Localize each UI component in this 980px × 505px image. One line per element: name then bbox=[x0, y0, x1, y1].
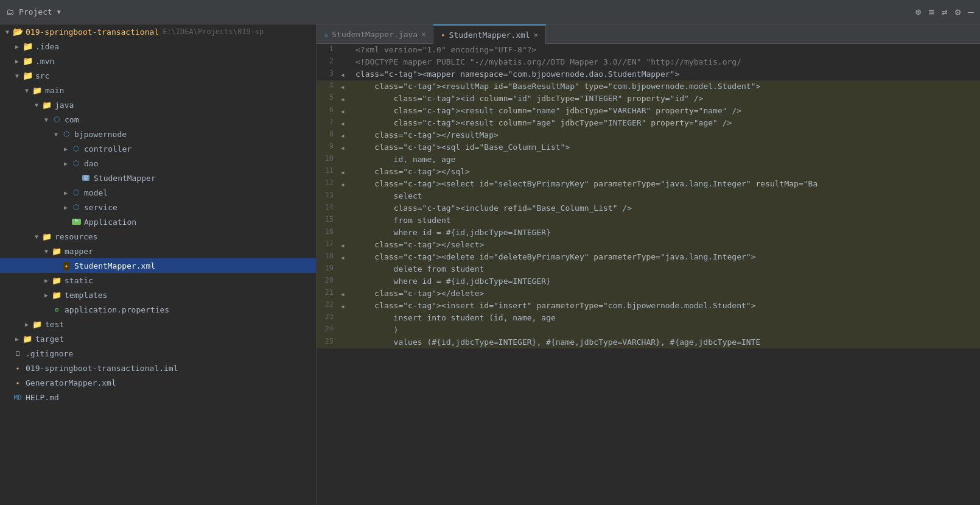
line-number: 20 bbox=[317, 275, 341, 288]
tree-item-studentmapper-java[interactable]: ① StudentMapper bbox=[0, 171, 316, 185]
code-row: 23 insert into student (id, name, age bbox=[317, 312, 980, 324]
line-number: 3 bbox=[317, 68, 341, 80]
code-row: 12◀ class="c-tag"><select id="selectByPr… bbox=[317, 178, 980, 190]
code-editor[interactable]: 1<?xml version="1.0" encoding="UTF-8"?>2… bbox=[317, 44, 980, 505]
tree-item-src[interactable]: ▼ 📁 src bbox=[0, 68, 316, 83]
line-gutter bbox=[341, 263, 351, 275]
line-number: 9 bbox=[317, 141, 341, 154]
main-layout: ▼ 📂 019-springboot-transactional E:\IDEA… bbox=[0, 24, 980, 505]
label-studentmapper-xml: StudentMapper.xml bbox=[74, 261, 155, 270]
line-code: class="c-tag"></select> bbox=[351, 239, 980, 251]
arrow-root: ▼ bbox=[2, 27, 12, 37]
gutter-icon: ◀ bbox=[341, 145, 344, 151]
label-target: target bbox=[35, 334, 64, 344]
line-gutter: ◀ bbox=[341, 141, 351, 154]
tree-item-mvn[interactable]: ▶ 📁 .mvn bbox=[0, 54, 316, 68]
code-row: 24 ) bbox=[317, 324, 980, 336]
dropdown-arrow[interactable]: ▼ bbox=[57, 9, 61, 15]
code-row: 13 select bbox=[317, 190, 980, 202]
minimize-icon[interactable]: — bbox=[968, 6, 974, 18]
tree-item-root[interactable]: ▼ 📂 019-springboot-transactional E:\IDEA… bbox=[0, 24, 316, 39]
line-number: 19 bbox=[317, 263, 341, 275]
line-code: values (#{id,jdbcType=INTEGER}, #{name,j… bbox=[351, 336, 980, 348]
tree-item-application[interactable]: 🍃 Application bbox=[0, 214, 316, 229]
line-number: 2 bbox=[317, 56, 341, 68]
line-number: 7 bbox=[317, 117, 341, 129]
gitignore-icon: 🗒 bbox=[12, 348, 23, 358]
tab-bar: ☕ StudentMapper.java ✕ ✦ StudentMapper.x… bbox=[317, 24, 980, 44]
tab-java-close[interactable]: ✕ bbox=[421, 30, 425, 38]
tab-xml-close[interactable]: ✕ bbox=[534, 30, 538, 39]
line-code: class="c-tag"><result column="age" jdbcT… bbox=[351, 117, 980, 129]
tree-item-studentmapper-xml[interactable]: ✦ StudentMapper.xml bbox=[0, 258, 316, 273]
sync-icon[interactable]: ⊕ bbox=[915, 6, 922, 18]
label-application: Application bbox=[84, 217, 136, 227]
settings-icon[interactable]: ⚙ bbox=[955, 6, 961, 18]
transfer-icon[interactable]: ⇄ bbox=[942, 6, 948, 18]
tree-item-java[interactable]: ▼ 📁 java bbox=[0, 97, 316, 112]
label-dao: dao bbox=[84, 159, 98, 168]
arrow-idea: ▶ bbox=[12, 41, 22, 51]
line-number: 23 bbox=[317, 312, 341, 324]
arrow-application bbox=[61, 217, 71, 227]
tree-item-test[interactable]: ▶ 📁 test bbox=[0, 317, 316, 331]
list-icon[interactable]: ≡ bbox=[928, 6, 934, 18]
folder-icon-mvn: 📁 bbox=[22, 56, 33, 66]
code-row: 14 class="c-tag"><include refid="Base_Co… bbox=[317, 202, 980, 214]
label-mapper-dir: mapper bbox=[65, 247, 93, 256]
label-mvn: .mvn bbox=[35, 57, 54, 66]
tree-item-dao[interactable]: ▶ ⬡ dao bbox=[0, 156, 316, 171]
tree-item-generatormapper[interactable]: ✦ GeneratorMapper.xml bbox=[0, 375, 316, 390]
tree-item-static[interactable]: ▶ 📁 static bbox=[0, 273, 316, 288]
tree-item-idea[interactable]: ▶ 📁 .idea bbox=[0, 39, 316, 54]
code-row: 20 where id = #{id,jdbcType=INTEGER} bbox=[317, 275, 980, 288]
line-number: 21 bbox=[317, 288, 341, 300]
line-number: 16 bbox=[317, 227, 341, 239]
arrow-dao: ▶ bbox=[61, 158, 71, 168]
line-code: where id = #{id,jdbcType=INTEGER} bbox=[351, 227, 980, 239]
code-row: 9◀ class="c-tag"><sql id="Base_Column_Li… bbox=[317, 141, 980, 154]
line-code: class="c-tag"><resultMap id="BaseResultM… bbox=[351, 80, 980, 93]
tree-item-templates[interactable]: ▶ 📁 templates bbox=[0, 288, 316, 302]
tree-item-controller[interactable]: ▶ ⬡ controller bbox=[0, 141, 316, 156]
tab-xml[interactable]: ✦ StudentMapper.xml ✕ bbox=[433, 24, 546, 44]
line-number: 11 bbox=[317, 166, 341, 178]
tree-item-service[interactable]: ▶ ⬡ service bbox=[0, 200, 316, 214]
tree-item-model[interactable]: ▶ ⬡ model bbox=[0, 185, 316, 200]
tree-item-appprops[interactable]: ⚙ application.properties bbox=[0, 302, 316, 317]
line-code: class="c-tag"><select id="selectByPrimar… bbox=[351, 178, 980, 190]
pkg-icon-bjpowernode: ⬡ bbox=[61, 129, 72, 139]
label-helpmd: HELP.md bbox=[26, 393, 59, 402]
project-label: Project bbox=[19, 7, 52, 16]
line-gutter: ◀ bbox=[341, 68, 351, 80]
arrow-static: ▶ bbox=[41, 275, 51, 285]
tree-item-mapper-dir[interactable]: ▼ 📁 mapper bbox=[0, 244, 316, 258]
arrow-main: ▼ bbox=[22, 85, 32, 95]
arrow-test: ▶ bbox=[22, 319, 32, 329]
line-code: class="c-tag"><mapper namespace="com.bjp… bbox=[351, 68, 980, 80]
arrow-bjpowernode: ▼ bbox=[51, 129, 61, 139]
tree-item-bjpowernode[interactable]: ▼ ⬡ bjpowernode bbox=[0, 127, 316, 141]
tree-item-iml[interactable]: ✦ 019-springboot-transactional.iml bbox=[0, 361, 316, 375]
tree-item-target[interactable]: ▶ 📁 target bbox=[0, 331, 316, 346]
tree-item-gitignore[interactable]: 🗒 .gitignore bbox=[0, 346, 316, 361]
line-gutter bbox=[341, 227, 351, 239]
line-code: class="c-tag"><include refid="Base_Colum… bbox=[351, 202, 980, 214]
tree-item-resources[interactable]: ▼ 📁 resources bbox=[0, 229, 316, 244]
folder-icon-test: 📁 bbox=[32, 319, 43, 329]
gutter-icon: ◀ bbox=[341, 182, 344, 188]
line-code: delete from student bbox=[351, 263, 980, 275]
gutter-icon: ◀ bbox=[341, 96, 344, 102]
code-row: 8◀ class="c-tag"></resultMap> bbox=[317, 129, 980, 141]
line-gutter: ◀ bbox=[341, 300, 351, 312]
line-number: 15 bbox=[317, 214, 341, 227]
arrow-generatormapper bbox=[2, 378, 12, 387]
code-row: 4◀ class="c-tag"><resultMap id="BaseResu… bbox=[317, 80, 980, 93]
line-code: class="c-tag"><result column="name" jdbc… bbox=[351, 105, 980, 117]
arrow-mapper-dir: ▼ bbox=[41, 246, 51, 256]
tree-item-main[interactable]: ▼ 📁 main bbox=[0, 83, 316, 97]
tree-item-helpmd[interactable]: MD HELP.md bbox=[0, 390, 316, 404]
tab-java[interactable]: ☕ StudentMapper.java ✕ bbox=[317, 24, 433, 44]
line-number: 12 bbox=[317, 178, 341, 190]
tree-item-com[interactable]: ▼ ⬡ com bbox=[0, 112, 316, 127]
